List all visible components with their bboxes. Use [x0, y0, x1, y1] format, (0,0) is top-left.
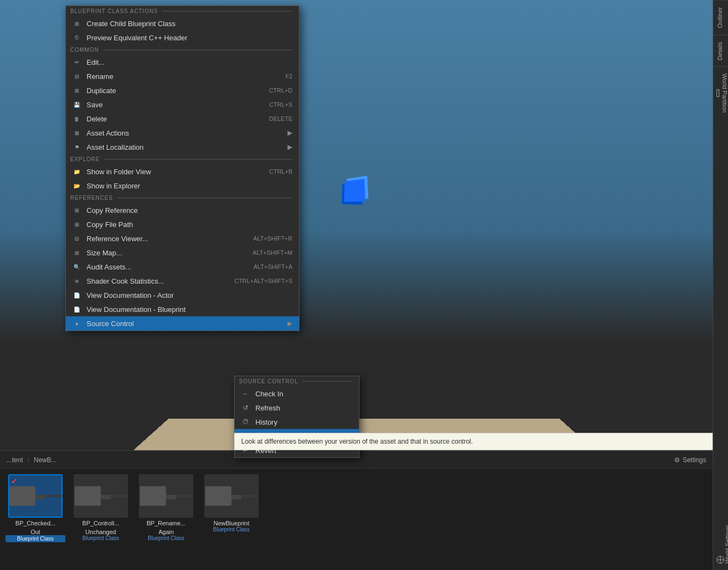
- folder-icon: 📁: [72, 167, 81, 176]
- copy-path-icon: ⊞: [72, 220, 81, 229]
- menu-item-label-shader-cook: Shader Cook Statistics...: [87, 277, 229, 285]
- menu-item-view-doc-actor[interactable]: 📄View Documentation - Actor: [66, 288, 299, 302]
- asset-name-line2: Unchanged: [85, 529, 116, 535]
- menu-section-explore: EXPLORE: [66, 154, 299, 164]
- menu-item-duplicate[interactable]: ⊞DuplicateCTRL+D: [66, 83, 299, 97]
- section-label: REFERENCES: [70, 195, 113, 201]
- asset-type-label: Blueprint Class: [148, 535, 184, 541]
- section-label: COMMON: [70, 47, 99, 53]
- outliner-tab[interactable]: Outliner: [713, 0, 728, 35]
- menu-item-label-size-map: Size Map...: [87, 249, 247, 257]
- submenu-item-label-refresh: Refresh: [255, 404, 352, 412]
- world-settings-tab[interactable]: World Settings: [713, 518, 728, 570]
- menu-item-delete[interactable]: 🗑DeleteDELETE: [66, 112, 299, 126]
- menu-item-view-doc-bp[interactable]: 📄View Documentation - Blueprint: [66, 302, 299, 316]
- menu-item-label-save: Save: [87, 101, 264, 109]
- menu-item-label-preview-cpp: Preview Equivalent C++ Header: [87, 34, 292, 42]
- check-in-icon: ←: [241, 389, 250, 398]
- asset-browser: ...tent › NewB... ⚙ Settings ✓BP_Checked…: [0, 450, 713, 570]
- menu-item-label-ref-viewer: Reference Viewer...: [87, 235, 248, 243]
- explorer-icon: 📂: [72, 181, 81, 190]
- details-tab[interactable]: Details: [713, 35, 728, 67]
- menu-item-label-delete: Delete: [87, 115, 264, 123]
- asset-name: BP_Controll...: [82, 520, 119, 526]
- menu-section-references: REFERENCES: [66, 193, 299, 203]
- gear-icon: ⚙: [674, 456, 680, 464]
- menu-item-save[interactable]: 💾SaveCTRL+S: [66, 97, 299, 112]
- asset-thumb: [139, 474, 193, 518]
- submenu-arrow-icon: ▶: [287, 320, 292, 327]
- asset-item-bp-checked[interactable]: ✓BP_Checked...OutBlueprint Class: [5, 474, 65, 542]
- asset-name: BP_Checked...: [15, 520, 55, 526]
- menu-item-label-create-child: Create Child Blueprint Class: [87, 20, 292, 28]
- asset-grid: ✓BP_Checked...OutBlueprint ClassBP_Contr…: [0, 469, 713, 570]
- menu-item-shortcut-audit-assets: ALT+SHIFT+A: [254, 263, 292, 270]
- section-divider: [103, 50, 292, 50]
- section-label: EXPLORE: [70, 156, 100, 162]
- asset-type-label: Blueprint Class: [82, 535, 119, 541]
- menu-item-label-show-explorer: Show in Explorer: [87, 182, 292, 190]
- menu-item-audit-assets[interactable]: 🔍Audit Assets...ALT+SHIFT+A: [66, 260, 299, 274]
- menu-item-shortcut-delete: DELETE: [269, 115, 292, 122]
- settings-button[interactable]: ⚙ Settings: [674, 456, 706, 464]
- doc-bp-icon: 📄: [72, 305, 81, 314]
- menu-item-copy-ref[interactable]: ⊞Copy Reference: [66, 203, 299, 217]
- asset-type-label: Blueprint Class: [5, 535, 65, 542]
- menu-item-shortcut-show-folder: CTRL+B: [270, 168, 293, 175]
- copy-ref-icon: ⊞: [72, 206, 81, 214]
- menu-item-shortcut-size-map: ALT+SHIFT+M: [253, 249, 292, 256]
- menu-item-shader-cook[interactable]: ≋Shader Cook Statistics...CTRL+ALT+SHIFT…: [66, 274, 299, 288]
- submenu-item-refresh[interactable]: ↺Refresh: [235, 401, 359, 415]
- asset-item-new-blueprint[interactable]: NewBlueprintBlueprint Class: [201, 474, 261, 532]
- world-icon: [717, 556, 724, 563]
- menu-item-label-asset-actions: Asset Actions: [87, 129, 282, 137]
- menu-item-edit[interactable]: ✏Edit...: [66, 55, 299, 69]
- asset-type-label: Blueprint Class: [213, 526, 249, 532]
- doc-actor-icon: 📄: [72, 291, 81, 299]
- menu-item-label-edit: Edit...: [87, 58, 292, 66]
- tooltip-bar: Look at differences between your version…: [234, 433, 713, 450]
- menu-section-common: COMMON: [66, 45, 299, 55]
- asset-loc-icon: ⚑: [72, 143, 81, 151]
- menu-item-show-folder[interactable]: 📁Show in Folder ViewCTRL+B: [66, 164, 299, 179]
- asset-item-bp-controller[interactable]: BP_Controll...UnchangedBlueprint Class: [71, 474, 131, 541]
- menu-item-copy-file-path[interactable]: ⊞Copy File Path: [66, 217, 299, 231]
- asset-item-bp-rename[interactable]: BP_Rename...AgainBlueprint Class: [136, 474, 196, 541]
- menu-item-source-control[interactable]: ●Source Control▶: [66, 316, 299, 330]
- submenu-section-header: SOURCE CONTROL: [235, 376, 359, 387]
- menu-item-size-map[interactable]: ⊞Size Map...ALT+SHIFT+M: [66, 246, 299, 260]
- save-icon: 💾: [72, 100, 81, 109]
- menu-item-preview-cpp[interactable]: ©Preview Equivalent C++ Header: [66, 30, 299, 45]
- menu-item-shortcut-rename: F2: [285, 73, 292, 79]
- submenu-section-label: SOURCE CONTROL: [239, 378, 298, 384]
- context-menu: BLUEPRINT CLASS ACTIONS⊞Create Child Blu…: [65, 5, 299, 331]
- submenu-divider: [302, 381, 352, 382]
- submenu-arrow-icon: ▶: [287, 129, 292, 137]
- menu-item-rename[interactable]: ⊟RenameF2: [66, 69, 299, 83]
- checkmark-icon: ✓: [11, 477, 17, 486]
- duplicate-icon: ⊞: [72, 86, 81, 95]
- menu-item-ref-viewer[interactable]: ⊟Reference Viewer...ALT+SHIFT+R: [66, 231, 299, 246]
- asset-actions-icon: ⊠: [72, 128, 81, 137]
- menu-item-label-asset-localization: Asset Localization: [87, 143, 282, 151]
- section-label: BLUEPRINT CLASS ACTIONS: [70, 8, 158, 14]
- menu-item-create-child[interactable]: ⊞Create Child Blueprint Class: [66, 16, 299, 30]
- menu-item-asset-actions[interactable]: ⊠Asset Actions▶: [66, 126, 299, 140]
- asset-thumb: [74, 474, 128, 518]
- menu-item-shortcut-ref-viewer: ALT+SHIFT+R: [253, 235, 292, 242]
- submenu-item-check-in[interactable]: ←Check In: [235, 387, 359, 401]
- menu-item-label-copy-file-path: Copy File Path: [87, 220, 292, 229]
- history-icon: ⏱: [241, 418, 250, 426]
- asset-thumb: [204, 474, 259, 518]
- audit-icon: 🔍: [72, 262, 81, 271]
- menu-item-show-explorer[interactable]: 📂Show in Explorer: [66, 179, 299, 193]
- asset-name-line2: Out: [30, 529, 40, 535]
- breadcrumb-content: ...tent: [7, 456, 23, 464]
- menu-item-asset-localization[interactable]: ⚑Asset Localization▶: [66, 140, 299, 154]
- submenu-arrow-icon: ▶: [287, 143, 292, 151]
- world-partition-tab[interactable]: World Partition: [713, 66, 728, 119]
- submenu-item-history[interactable]: ⏱History: [235, 415, 359, 429]
- menu-section-blueprint-class-actions: BLUEPRINT CLASS ACTIONS: [66, 6, 299, 16]
- breadcrumb-item: NewB...: [34, 456, 57, 464]
- menu-item-shortcut-save: CTRL+S: [270, 101, 293, 108]
